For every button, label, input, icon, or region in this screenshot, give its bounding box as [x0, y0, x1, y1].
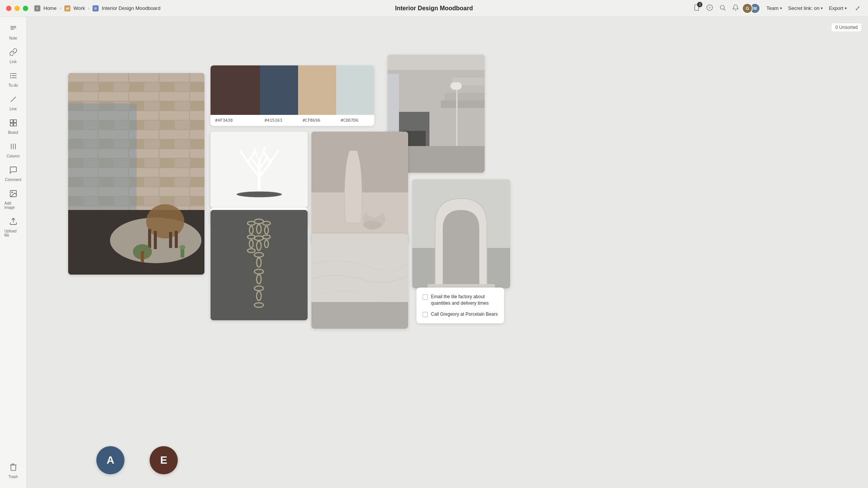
swatch-3[interactable]: #CFB696: [298, 65, 336, 126]
sidebar-item-label: To-do: [8, 83, 18, 87]
todo-item-2: Call Gregeory at Porcelain Bears: [423, 311, 498, 318]
svg-line-5: [724, 9, 726, 10]
team-button[interactable]: Team ▾: [766, 5, 782, 11]
swatch-2[interactable]: #415163: [260, 65, 298, 126]
svg-rect-92: [311, 302, 408, 329]
unsorted-badge[interactable]: 0 Unsorted: [831, 23, 862, 32]
maximize-button[interactable]: [23, 6, 28, 11]
link-icon: [9, 48, 18, 58]
sidebar-item-trash[interactable]: Trash: [2, 460, 24, 482]
note-icon: [9, 24, 18, 35]
search-icon[interactable]: [719, 4, 726, 13]
svg-rect-16: [13, 123, 16, 126]
traffic-lights: [6, 6, 28, 11]
export-dropdown-arrow: ▾: [845, 6, 847, 10]
swatch-1[interactable]: #4F3A38: [211, 65, 260, 126]
help-icon[interactable]: ?: [706, 4, 713, 13]
svg-rect-13: [10, 120, 13, 122]
svg-rect-29: [68, 103, 137, 210]
svg-rect-37: [141, 251, 144, 262]
swatch-label-4: #CDD7D6: [336, 115, 374, 126]
sidebar-item-todo[interactable]: To-do: [2, 68, 24, 91]
interior-photo-1[interactable]: [68, 73, 204, 275]
svg-line-12: [11, 97, 16, 102]
close-button[interactable]: [6, 6, 11, 11]
svg-rect-50: [456, 85, 458, 146]
sidebar-item-label: Link: [10, 60, 16, 64]
svg-rect-15: [10, 123, 13, 126]
add-image-icon: [9, 189, 18, 200]
avatar-circle-a[interactable]: A: [96, 446, 124, 474]
svg-rect-51: [450, 82, 462, 90]
sidebar-item-column[interactable]: Column: [2, 139, 24, 161]
todo-checkbox-2[interactable]: [423, 312, 428, 317]
notification-badge: 3: [697, 2, 702, 7]
notifications-icon[interactable]: [732, 4, 739, 13]
sidebar-item-add-image[interactable]: Add image: [2, 186, 24, 213]
breadcrumb: X Home › 📁 Work › ⊞ Interior Design Mood…: [34, 5, 160, 11]
svg-rect-66: [211, 210, 308, 320]
marble-photo[interactable]: [311, 234, 408, 329]
minimize-button[interactable]: [14, 6, 20, 11]
todo-card: Email the tile factory about quantities …: [416, 288, 504, 323]
device-icon[interactable]: 3: [693, 4, 700, 13]
svg-point-31: [146, 204, 184, 238]
todo-text-1: Email the tile factory about quantities …: [431, 294, 498, 307]
todo-item-1: Email the tile factory about quantities …: [423, 294, 498, 307]
avatar-group[interactable]: G M: [745, 3, 760, 14]
export-button[interactable]: Export ▾: [829, 5, 847, 11]
color-palette[interactable]: #4F3A38 #415163 #CFB696 #CDD7D6: [211, 65, 374, 126]
svg-rect-44: [441, 100, 485, 108]
arch-svg: [412, 180, 510, 288]
sidebar-item-label: Board: [8, 130, 18, 135]
trash-icon: [9, 463, 18, 473]
coral-object[interactable]: [211, 132, 308, 208]
sidebar-item-label: Add image: [5, 201, 22, 210]
work-folder-icon: 📁: [64, 5, 70, 11]
app-icon: X: [34, 5, 40, 11]
chain-svg: [211, 210, 308, 320]
sidebar-item-note[interactable]: Note: [2, 21, 24, 43]
sidebar-item-label: Upload file: [5, 229, 22, 237]
sidebar-item-upload[interactable]: Upload file: [2, 214, 24, 240]
svg-text:?: ?: [708, 5, 711, 10]
canvas[interactable]: 0 Unsorted: [27, 17, 868, 488]
color-swatches: #4F3A38 #415163 #CFB696 #CDD7D6: [211, 65, 374, 126]
comment-icon: [9, 166, 18, 176]
avatar-circle-e[interactable]: E: [150, 446, 178, 474]
sidebar-item-board[interactable]: Board: [2, 116, 24, 138]
fullscreen-button[interactable]: ⤢: [853, 4, 862, 13]
coral-svg: [214, 139, 305, 200]
vase-svg: [311, 132, 408, 244]
todo-icon: [9, 72, 18, 82]
main-layout: Note Link To-do: [0, 17, 868, 488]
header-icons: 3 ?: [693, 4, 739, 13]
svg-rect-35: [169, 232, 172, 248]
arch-photo[interactable]: [412, 180, 510, 288]
todo-text-2: Call Gregeory at Porcelain Bears: [431, 311, 498, 318]
sidebar: Note Link To-do: [0, 17, 27, 488]
svg-rect-14: [13, 120, 16, 122]
swatch-4[interactable]: #CDD7D6: [336, 65, 374, 126]
svg-rect-41: [388, 55, 485, 70]
sidebar-item-line[interactable]: Line: [2, 92, 24, 114]
svg-rect-33: [175, 231, 178, 248]
breadcrumb-work[interactable]: Work: [73, 5, 85, 11]
swatch-label-3: #CFB696: [298, 115, 336, 126]
breadcrumb-board[interactable]: Interior Design Moodboard: [102, 5, 160, 11]
secret-link-dropdown-arrow: ▾: [821, 6, 823, 10]
chain-photo[interactable]: [211, 210, 308, 320]
vase-photo[interactable]: [311, 132, 408, 244]
page-title: Interior Design Moodboard: [395, 5, 473, 12]
sidebar-item-comment[interactable]: Comment: [2, 163, 24, 185]
breadcrumb-home[interactable]: Home: [43, 5, 57, 11]
avatar-1: G: [742, 3, 753, 14]
title-bar: X Home › 📁 Work › ⊞ Interior Design Mood…: [0, 0, 868, 17]
sidebar-item-label: Column: [6, 154, 19, 158]
room1-svg: [68, 73, 204, 275]
svg-point-4: [720, 5, 724, 10]
secret-link-button[interactable]: Secret link: on ▾: [788, 5, 823, 11]
todo-checkbox-1[interactable]: [423, 294, 428, 300]
sidebar-item-link[interactable]: Link: [2, 45, 24, 67]
board-icon: [9, 119, 18, 129]
